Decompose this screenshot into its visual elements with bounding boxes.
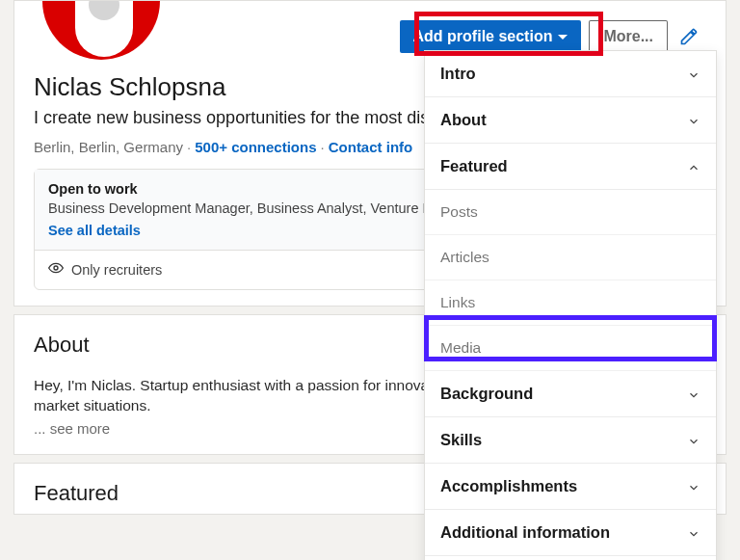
dd-articles[interactable]: Articles [425,235,716,280]
dd-background[interactable]: Background [425,371,716,417]
separator-dot: · [187,139,191,155]
pencil-icon [679,27,699,46]
chevron-down-icon [687,387,700,401]
dd-intro-label: Intro [440,65,476,83]
eye-icon [48,260,64,280]
profile-actions: Add profile section More... [400,1,706,53]
connections-link[interactable]: 500+ connections [195,139,316,155]
add-profile-section-label: Add profile section [413,28,553,45]
dd-posts[interactable]: Posts [425,190,716,235]
dd-accomplishments-label: Accomplishments [440,477,577,495]
add-profile-section-dropdown: Intro About Featured Posts Articles Link… [424,50,717,560]
dd-media[interactable]: Media [425,326,716,371]
dd-background-label: Background [440,385,533,403]
chevron-down-icon [687,526,700,540]
avatar-wrap [40,1,163,63]
more-button-label: More... [603,28,653,44]
dd-featured[interactable]: Featured [425,144,716,190]
dd-about-label: About [440,111,487,129]
dd-skills[interactable]: Skills [425,417,716,464]
dd-featured-label: Featured [440,157,508,175]
visibility-text: Only recruiters [71,262,162,278]
chevron-down-icon [687,67,700,81]
edit-profile-button[interactable] [675,23,702,50]
chevron-down-icon [687,480,700,493]
dd-accomplishments[interactable]: Accomplishments [425,464,716,510]
dd-additional-info-label: Additional information [440,523,610,542]
contact-info-link[interactable]: Contact info [329,139,413,155]
more-button[interactable]: More... [589,20,668,53]
svg-point-0 [54,266,58,270]
separator-dot: · [321,139,325,155]
add-profile-section-button[interactable]: Add profile section [400,20,582,53]
chevron-up-icon [687,160,700,173]
dd-intro[interactable]: Intro [425,51,716,97]
dd-about[interactable]: About [425,97,716,144]
dd-skills-label: Skills [440,431,482,449]
dd-additional-info[interactable]: Additional information [425,510,716,556]
chevron-down-icon [687,434,700,447]
dd-supported-languages[interactable]: Supported languages [425,556,716,560]
chevron-down-icon [687,114,700,127]
dd-links[interactable]: Links [425,280,716,326]
caret-down-icon [558,35,568,40]
avatar[interactable] [40,1,163,63]
profile-location: Berlin, Berlin, Germany [34,139,183,155]
